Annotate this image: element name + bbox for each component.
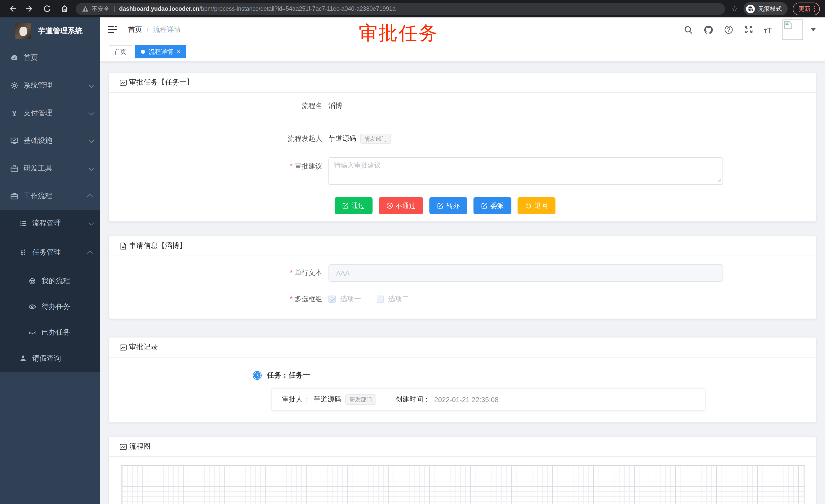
eye-closed-icon bbox=[28, 328, 36, 337]
process-name-label: 流程名 bbox=[109, 101, 328, 111]
approval-task-card: 审批任务【任务一】 流程名 滔博 流程发起人 芋道源码 研发部门 bbox=[108, 72, 816, 222]
sidebar-item-todo-task[interactable]: 待办任务 bbox=[0, 294, 100, 320]
address-bar[interactable]: 不安全 dashboard.yudao.iocoder.cn /bpm/proc… bbox=[76, 3, 725, 15]
suggestion-textarea[interactable] bbox=[328, 157, 723, 185]
browser-reload-button[interactable] bbox=[40, 2, 54, 16]
avatar[interactable] bbox=[782, 19, 803, 40]
sidebar-item-infra[interactable]: 基础设施 bbox=[0, 127, 100, 155]
approver-label: 审批人： bbox=[282, 395, 309, 404]
card-title: 申请信息【滔博】 bbox=[129, 241, 186, 250]
active-dot-icon bbox=[141, 50, 145, 54]
tab-label: 首页 bbox=[114, 48, 127, 56]
reject-button[interactable]: 不通过 bbox=[379, 197, 423, 214]
checkbox-checked-icon bbox=[328, 296, 335, 303]
sidebar-item-label: 已办任务 bbox=[42, 328, 93, 337]
record-detail-card: 审批人： 芋道源码 研发部门 创建时间： 2022-01-21 22:35:08 bbox=[271, 388, 705, 411]
sidebar-item-leave-query[interactable]: 请假查询 bbox=[0, 345, 100, 372]
button-label: 不通过 bbox=[395, 201, 416, 210]
url-host: dashboard.yudao.iocoder.cn bbox=[119, 6, 199, 12]
toolbox-icon bbox=[10, 192, 18, 200]
chevron-down-icon bbox=[89, 137, 94, 143]
browser-forward-button[interactable] bbox=[22, 2, 37, 16]
github-icon[interactable] bbox=[703, 25, 713, 34]
sidebar-collapse-icon[interactable] bbox=[107, 24, 118, 35]
dept-tag: 研发部门 bbox=[360, 134, 391, 144]
sidebar-item-task-mgmt[interactable]: 任务管理 bbox=[0, 237, 100, 268]
transfer-button[interactable]: 转办 bbox=[430, 197, 467, 214]
checkbox-label: 选项一 bbox=[340, 295, 361, 304]
sidebar-menu: 首页 系统管理 ¥ 支付管理 bbox=[0, 44, 100, 372]
search-icon[interactable] bbox=[684, 25, 692, 34]
avatar-caret-icon[interactable] bbox=[811, 28, 816, 31]
picture-icon bbox=[120, 343, 127, 351]
breadcrumb-separator: / bbox=[147, 26, 149, 33]
create-time-value: 2022-01-21 22:35:08 bbox=[434, 396, 499, 403]
security-warning-icon bbox=[82, 5, 89, 12]
sidebar-item-my-process[interactable]: 我的流程 bbox=[0, 268, 100, 294]
bookmark-star-icon[interactable]: ☆ bbox=[731, 4, 738, 13]
close-icon[interactable]: × bbox=[177, 49, 180, 55]
gear-icon bbox=[10, 81, 18, 90]
text-field-row: 单行文本 bbox=[109, 264, 816, 282]
sidebar-item-workflow[interactable]: 工作流程 bbox=[0, 182, 100, 210]
sidebar-item-label: 我的流程 bbox=[42, 276, 93, 286]
sidebar-item-home[interactable]: 首页 bbox=[0, 44, 100, 72]
initiator-row: 流程发起人 芋道源码 研发部门 bbox=[109, 134, 816, 144]
browser-back-button[interactable] bbox=[5, 2, 19, 16]
browser-chrome: 不安全 dashboard.yudao.iocoder.cn /bpm/proc… bbox=[0, 0, 825, 17]
font-size-icon[interactable]: TT bbox=[764, 25, 772, 34]
incognito-icon bbox=[746, 4, 755, 13]
create-time-label: 创建时间： bbox=[395, 395, 430, 404]
return-button[interactable]: 退回 bbox=[518, 197, 555, 214]
user-icon bbox=[19, 354, 27, 363]
tab-process-detail[interactable]: 流程详情 × bbox=[135, 45, 186, 58]
approve-button[interactable]: 通过 bbox=[334, 197, 373, 214]
sidebar-item-label: 首页 bbox=[23, 53, 93, 63]
button-label: 退回 bbox=[534, 201, 548, 210]
list-icon bbox=[19, 219, 27, 228]
url-path: /bpm/process-instance/detail?id=54aa251f… bbox=[199, 6, 395, 12]
timeline-item: 任务：任务一 bbox=[109, 371, 816, 380]
robot-icon bbox=[28, 277, 36, 285]
checkbox-option-1[interactable]: 选项一 bbox=[328, 295, 361, 304]
single-line-text-input[interactable] bbox=[328, 264, 723, 282]
sidebar-item-payment[interactable]: ¥ 支付管理 bbox=[0, 99, 100, 127]
checkbox-option-2[interactable]: 选项二 bbox=[376, 295, 409, 304]
picture-icon bbox=[120, 79, 127, 86]
clock-node-icon bbox=[253, 371, 262, 380]
fullscreen-icon[interactable] bbox=[744, 25, 753, 34]
browser-menu-icon[interactable] bbox=[814, 6, 815, 12]
app-logo-row[interactable]: 芋道管理系统 bbox=[0, 17, 100, 44]
sidebar-item-devtools[interactable]: 研发工具 bbox=[0, 155, 100, 182]
browser-update-button[interactable]: 更新 bbox=[793, 2, 820, 15]
sidebar-item-done-task[interactable]: 已办任务 bbox=[0, 320, 100, 345]
browser-home-button[interactable] bbox=[57, 2, 72, 16]
sidebar-item-system[interactable]: 系统管理 bbox=[0, 72, 100, 99]
app-title: 芋道管理系统 bbox=[38, 26, 82, 35]
resize-grip-icon[interactable] bbox=[718, 175, 722, 184]
card-title: 审批记录 bbox=[129, 343, 158, 352]
text-field-label: 单行文本 bbox=[109, 264, 328, 278]
sidebar-item-process-mgmt[interactable]: 流程管理 bbox=[0, 210, 100, 237]
incognito-label: 无痕模式 bbox=[758, 5, 782, 12]
dept-tag: 研发部门 bbox=[346, 394, 376, 405]
approver-value: 芋道源码 bbox=[314, 395, 341, 404]
dashboard-icon bbox=[10, 54, 18, 62]
picture-icon bbox=[120, 443, 127, 450]
apply-info-card: 申请信息【滔博】 单行文本 多选框组 选项一 bbox=[108, 236, 816, 319]
incognito-badge: 无痕模式 bbox=[743, 2, 788, 15]
tab-home[interactable]: 首页 bbox=[108, 45, 132, 58]
process-name-value: 滔博 bbox=[328, 101, 342, 111]
delegate-button[interactable]: 委派 bbox=[473, 197, 511, 214]
action-buttons-row: 通过 不通过 转办 委 bbox=[109, 197, 816, 214]
sidebar-item-label: 请假查询 bbox=[32, 354, 93, 363]
eye-icon bbox=[28, 303, 36, 311]
sidebar: 芋道管理系统 首页 系统管理 ¥ 支付管 bbox=[0, 17, 100, 504]
sidebar-item-label: 待办任务 bbox=[42, 302, 93, 312]
button-label: 转办 bbox=[446, 201, 460, 210]
bpmn-canvas[interactable] bbox=[122, 465, 805, 504]
workflow-submenu: 流程管理 任务管理 我的流程 bbox=[0, 210, 100, 372]
breadcrumb-home[interactable]: 首页 bbox=[128, 25, 142, 34]
help-icon[interactable] bbox=[724, 25, 733, 34]
button-label: 通过 bbox=[352, 201, 365, 210]
